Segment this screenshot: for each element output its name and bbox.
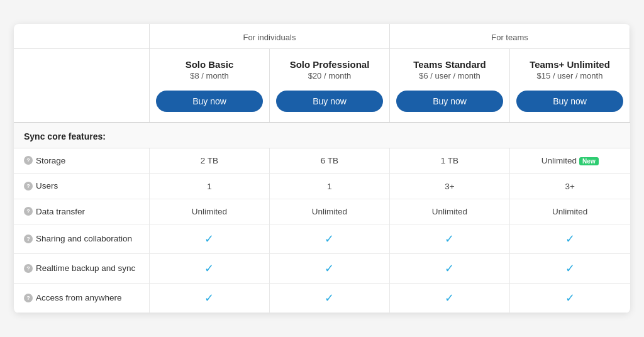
feature-value-cell: ✓	[509, 254, 630, 284]
teams-unlimited-btn-cell: Buy now	[509, 91, 630, 123]
group-teams-header: For teams	[389, 24, 630, 49]
checkmark-icon: ✓	[325, 292, 334, 304]
group-individuals-header: For individuals	[149, 24, 389, 49]
checkmark-icon: ✓	[204, 292, 214, 304]
checkmark-icon: ✓	[204, 233, 214, 245]
solo-pro-name: Solo Professional	[276, 59, 383, 70]
feature-value-cell: ✓	[389, 254, 509, 284]
solo-basic-name: Solo Basic	[156, 59, 263, 70]
solo-basic-btn-cell: Buy now	[149, 91, 269, 123]
plan-teams-unlimited-header: Teams+ Unlimited $15 / user / month	[509, 48, 630, 91]
plan-teams-standard-header: Teams Standard $6 / user / month	[389, 48, 509, 91]
teams-unlimited-buy-button[interactable]: Buy now	[516, 91, 623, 112]
help-icon[interactable]: ?	[24, 294, 33, 302]
checkmark-icon: ✓	[565, 292, 575, 304]
checkmark-icon: ✓	[565, 262, 575, 275]
feature-value-cell: 3+	[389, 174, 509, 199]
feature-row: ?Data transferUnlimitedUnlimitedUnlimite…	[14, 199, 630, 224]
feature-row: ?Realtime backup and sync✓✓✓✓	[14, 254, 630, 284]
plan-name-row: Solo Basic $8 / month Solo Professional …	[14, 48, 630, 91]
solo-pro-price: $20 / month	[276, 71, 383, 80]
feature-name-cell: ?Realtime backup and sync	[14, 254, 149, 284]
checkmark-icon: ✓	[565, 233, 575, 245]
teams-standard-buy-button[interactable]: Buy now	[396, 91, 503, 112]
new-badge: New	[579, 157, 599, 165]
feature-value-cell: ✓	[149, 284, 269, 313]
feature-value-cell: 1 TB	[389, 148, 509, 173]
sync-features-section-header: Sync core features:	[14, 122, 630, 148]
checkmark-icon: ✓	[445, 233, 454, 245]
feature-value-cell: ✓	[149, 224, 269, 254]
feature-value-cell: 6 TB	[269, 148, 389, 173]
plan-solo-basic-header: Solo Basic $8 / month	[149, 48, 269, 91]
solo-basic-buy-button[interactable]: Buy now	[156, 91, 263, 112]
feature-value-cell: ✓	[509, 224, 630, 254]
empty-header	[14, 24, 149, 49]
feature-value-cell: 2 TB	[149, 148, 269, 173]
feature-value-cell: ✓	[269, 254, 389, 284]
feature-row: ?Storage2 TB6 TB1 TBUnlimitedNew	[14, 148, 630, 173]
feature-row: ?Sharing and collaboration✓✓✓✓	[14, 224, 630, 254]
btn-row-empty	[14, 91, 149, 123]
teams-unlimited-name: Teams+ Unlimited	[516, 59, 623, 70]
feature-name-cell: ?Access from anywhere	[14, 284, 149, 313]
solo-basic-price: $8 / month	[156, 71, 263, 80]
buy-buttons-row: Buy now Buy now Buy now Buy now	[14, 91, 630, 123]
feature-value-cell: 1	[269, 174, 389, 199]
feature-value-cell: ✓	[389, 224, 509, 254]
help-icon[interactable]: ?	[24, 235, 33, 243]
feature-row: ?Users113+3+	[14, 174, 630, 199]
checkmark-icon: ✓	[445, 262, 454, 275]
feature-value-cell: 3+	[509, 174, 630, 199]
plan-name-empty	[14, 48, 149, 91]
feature-value-cell: ✓	[269, 224, 389, 254]
group-header-row: For individuals For teams	[14, 24, 630, 49]
feature-value-cell: Unlimited	[269, 199, 389, 224]
help-icon[interactable]: ?	[24, 207, 33, 216]
feature-row: ?Access from anywhere✓✓✓✓	[14, 284, 630, 313]
feature-value-cell: Unlimited	[149, 199, 269, 224]
help-icon[interactable]: ?	[24, 182, 33, 191]
feature-value-cell: ✓	[269, 284, 389, 313]
checkmark-icon: ✓	[445, 292, 454, 304]
section-label: Sync core features:	[14, 122, 630, 148]
feature-name-cell: ?Storage	[14, 148, 149, 173]
plan-solo-pro-header: Solo Professional $20 / month	[269, 48, 389, 91]
feature-value-cell: 1	[149, 174, 269, 199]
teams-standard-name: Teams Standard	[396, 59, 503, 70]
teams-unlimited-price: $15 / user / month	[516, 71, 623, 80]
pricing-table: For individuals For teams Solo Basic $8 …	[14, 24, 630, 313]
feature-value-cell: ✓	[509, 284, 630, 313]
feature-name-cell: ?Users	[14, 174, 149, 199]
help-icon[interactable]: ?	[24, 156, 33, 165]
help-icon[interactable]: ?	[24, 264, 33, 273]
solo-pro-buy-button[interactable]: Buy now	[276, 91, 383, 112]
feature-name-cell: ?Sharing and collaboration	[14, 224, 149, 254]
teams-standard-btn-cell: Buy now	[389, 91, 509, 123]
feature-value-cell: ✓	[389, 284, 509, 313]
checkmark-icon: ✓	[325, 233, 334, 245]
feature-value-cell: ✓	[149, 254, 269, 284]
solo-pro-btn-cell: Buy now	[269, 91, 389, 123]
checkmark-icon: ✓	[204, 262, 214, 275]
feature-value-cell: Unlimited	[509, 199, 630, 224]
feature-value-cell: UnlimitedNew	[509, 148, 630, 173]
checkmark-icon: ✓	[325, 262, 334, 275]
feature-name-cell: ?Data transfer	[14, 199, 149, 224]
feature-value-cell: Unlimited	[389, 199, 509, 224]
teams-standard-price: $6 / user / month	[396, 71, 503, 80]
